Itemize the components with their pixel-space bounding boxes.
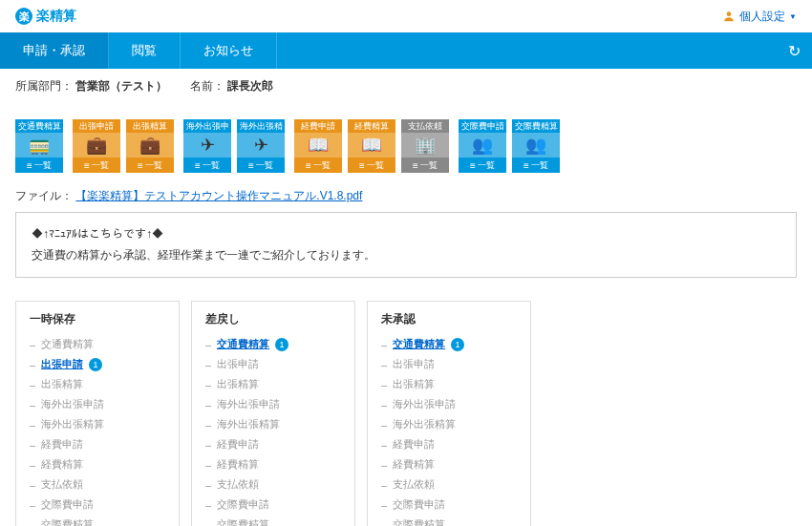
icon-group: 交通費精算🚃≡ 一覧	[15, 119, 63, 173]
name-value: 課長次郎	[227, 79, 273, 93]
status-item-label: 経費精算	[41, 457, 83, 472]
status-item-label: 交際費申請	[217, 497, 269, 512]
list-icon: ≡	[248, 160, 254, 171]
icon-card-title: 海外出張精算	[237, 119, 285, 133]
icon-card-footer[interactable]: ≡ 一覧	[183, 158, 231, 173]
dash-icon: –	[381, 359, 387, 370]
status-item-label[interactable]: 交通費精算	[393, 337, 445, 351]
status-item-label[interactable]: 出張申請	[41, 357, 83, 371]
logo: 楽 楽精算	[15, 8, 76, 25]
status-columns: 一時保存–交通費精算–出張申請1–出張精算–海外出張申請–海外出張精算–経費申請…	[15, 301, 797, 526]
icon-card-footer[interactable]: ≡ 一覧	[15, 158, 63, 173]
status-column-title: 一時保存	[30, 311, 165, 327]
icon-card[interactable]: 出張精算💼≡ 一覧	[126, 119, 174, 173]
user-settings-dropdown[interactable]: 個人設定 ▼	[722, 9, 797, 25]
icon-card-title: 出張申請	[73, 119, 120, 133]
status-item-label: 海外出張精算	[217, 417, 280, 431]
icon-card[interactable]: 交際費精算👥≡ 一覧	[512, 119, 560, 173]
status-item-label: 交際費申請	[393, 497, 445, 512]
status-item[interactable]: –交通費精算1	[381, 337, 517, 351]
count-badge: 1	[451, 338, 464, 351]
status-item-label: 出張精算	[393, 377, 435, 391]
status-item-label: 経費申請	[41, 437, 83, 452]
list-icon: ≡	[27, 160, 32, 171]
icon-card-icon: 📖	[348, 133, 395, 158]
status-item: –海外出張申請	[381, 397, 517, 411]
dash-icon: –	[381, 459, 387, 471]
dash-icon: –	[381, 499, 387, 511]
notice-line-1: ◆↑ﾏﾆｭｱﾙはこちらです↑◆	[32, 224, 780, 245]
status-item: –交際費申請	[30, 497, 165, 512]
icon-card-icon: 👥	[459, 133, 506, 158]
nav-tab-application[interactable]: 申請・承認	[0, 32, 109, 69]
icon-card-footer[interactable]: ≡ 一覧	[294, 158, 342, 173]
status-item-label[interactable]: 交通費精算	[217, 337, 269, 351]
icon-card-icon: ✈	[183, 133, 231, 158]
icon-card[interactable]: 支払依頼🏢≡ 一覧	[401, 119, 449, 173]
status-item: –出張申請	[205, 357, 341, 371]
status-item: –交通費精算	[30, 337, 165, 351]
status-item: –経費申請	[30, 437, 165, 452]
status-item-label: 出張精算	[41, 377, 83, 391]
status-item[interactable]: –出張申請1	[30, 357, 165, 371]
dash-icon: –	[30, 379, 35, 390]
status-item: –交際費申請	[381, 497, 517, 512]
icon-card[interactable]: 交際費申請👥≡ 一覧	[459, 119, 506, 173]
icon-card-icon: 💼	[126, 133, 174, 158]
status-item: –経費精算	[205, 457, 341, 472]
info-bar: 所属部門： 営業部（テスト） 名前： 課長次郎	[0, 69, 812, 104]
status-list: –交通費精算1–出張申請–出張精算–海外出張申請–海外出張精算–経費申請–経費精…	[381, 337, 517, 526]
icon-card[interactable]: 海外出張精算✈≡ 一覧	[237, 119, 285, 173]
status-list: –交通費精算–出張申請1–出張精算–海外出張申請–海外出張精算–経費申請–経費精…	[30, 337, 165, 526]
icon-card[interactable]: 海外出張申請✈≡ 一覧	[183, 119, 231, 173]
status-item[interactable]: –交通費精算1	[205, 337, 341, 351]
icon-card-footer[interactable]: ≡ 一覧	[459, 158, 506, 173]
dash-icon: –	[205, 439, 211, 451]
status-item-label: 交通費精算	[41, 337, 94, 351]
refresh-icon[interactable]: ↻	[788, 42, 801, 60]
status-column: 一時保存–交通費精算–出張申請1–出張精算–海外出張申請–海外出張精算–経費申請…	[15, 301, 180, 526]
header: 楽 楽精算 個人設定 ▼	[0, 0, 812, 32]
status-item-label: 交際費精算	[41, 517, 94, 526]
icon-card[interactable]: 出張申請💼≡ 一覧	[73, 119, 120, 173]
status-item-label: 経費申請	[393, 437, 435, 452]
icon-card[interactable]: 経費精算📖≡ 一覧	[348, 119, 395, 173]
status-item-label: 出張申請	[393, 357, 435, 371]
dept-value: 営業部（テスト）	[75, 79, 167, 93]
icon-card-footer[interactable]: ≡ 一覧	[73, 158, 120, 173]
icon-card-footer[interactable]: ≡ 一覧	[512, 158, 560, 173]
user-icon	[722, 10, 736, 23]
list-icon: ≡	[195, 160, 201, 171]
icon-card-footer[interactable]: ≡ 一覧	[401, 158, 449, 173]
nav-tab-browse[interactable]: 閲覧	[109, 32, 181, 69]
status-item: –支払依頼	[30, 477, 165, 492]
icon-card-footer[interactable]: ≡ 一覧	[348, 158, 395, 173]
status-column-title: 未承認	[381, 311, 517, 327]
status-item: –交際費精算	[381, 517, 517, 526]
dash-icon: –	[30, 479, 35, 491]
nav-tab-notice[interactable]: お知らせ	[181, 32, 277, 69]
status-item: –支払依頼	[205, 477, 341, 492]
icon-card-footer[interactable]: ≡ 一覧	[126, 158, 174, 173]
dash-icon: –	[381, 339, 387, 350]
status-item-label: 経費申請	[217, 437, 259, 452]
logo-text: 楽精算	[36, 8, 76, 25]
file-line: ファイル： 【楽楽精算】テストアカウント操作マニュアル.V1.8.pdf	[15, 188, 797, 204]
status-item-label: 交際費精算	[217, 517, 269, 526]
icon-card[interactable]: 経費申請📖≡ 一覧	[294, 119, 342, 173]
dash-icon: –	[381, 379, 387, 390]
status-item: –交際費精算	[30, 517, 165, 526]
status-item: –海外出張申請	[205, 397, 341, 411]
file-link[interactable]: 【楽楽精算】テストアカウント操作マニュアル.V1.8.pdf	[75, 189, 362, 202]
list-icon: ≡	[470, 160, 476, 171]
status-item-label: 出張申請	[217, 357, 259, 371]
status-item-label: 海外出張申請	[41, 397, 104, 411]
dash-icon: –	[205, 399, 211, 410]
dash-icon: –	[205, 359, 211, 370]
icon-card-footer[interactable]: ≡ 一覧	[237, 158, 285, 173]
nav-bar: 申請・承認 閲覧 お知らせ ↻	[0, 32, 812, 69]
status-item: –交際費精算	[205, 517, 341, 526]
content: 交通費精算🚃≡ 一覧出張申請💼≡ 一覧出張精算💼≡ 一覧海外出張申請✈≡ 一覧海…	[0, 104, 812, 526]
dash-icon: –	[30, 459, 35, 471]
icon-card[interactable]: 交通費精算🚃≡ 一覧	[15, 119, 63, 173]
